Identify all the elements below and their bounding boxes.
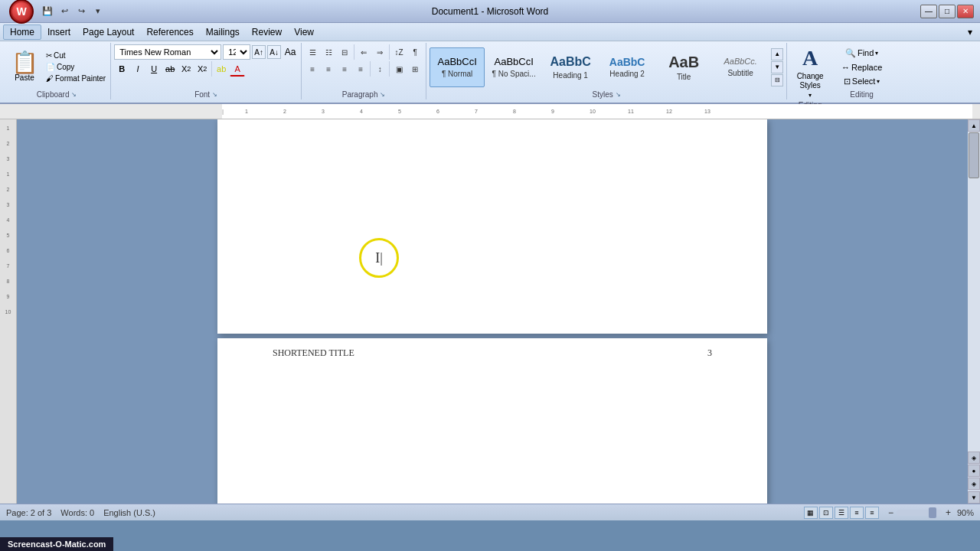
font-expand[interactable]: ↘ (212, 91, 217, 98)
strikethrough-button[interactable]: ab (162, 61, 178, 77)
office-button[interactable]: W (9, 0, 34, 24)
replace-icon: ↔ (841, 63, 850, 72)
ribbon-row: 📋 Paste ✂ Cut 📄 Copy 🖌 Format Painter (3, 43, 977, 99)
align-right-button[interactable]: ≡ (337, 62, 352, 76)
style-title[interactable]: AaB Title (656, 47, 711, 87)
scroll-track[interactable] (968, 132, 980, 452)
zoom-thumb[interactable] (929, 507, 936, 518)
style-heading1[interactable]: AaBbC Heading 1 (543, 47, 598, 87)
document-area: 1 2 3 1 2 3 4 5 6 7 8 9 10 I| SHORTENED … (0, 119, 980, 504)
page-2[interactable]: SHORTENED TITLE 3 (217, 338, 767, 504)
qa-dropdown[interactable]: ▾ (90, 4, 106, 19)
page-1[interactable]: I| (217, 119, 767, 334)
select-button[interactable]: ⊡ Select ▾ (841, 75, 884, 88)
change-styles-label: ChangeStyles (797, 72, 824, 90)
maximize-button[interactable]: □ (939, 5, 956, 18)
save-button[interactable]: 💾 (40, 4, 55, 19)
replace-button[interactable]: ↔ Replace (838, 61, 885, 73)
styles-expand[interactable]: ↘ (616, 91, 621, 98)
styles-scroll-up[interactable]: ▲ (771, 48, 783, 60)
shading-button[interactable]: ▣ (391, 62, 407, 76)
find-icon: 🔍 (845, 48, 856, 58)
style-heading2[interactable]: AaBbC Heading 2 (599, 47, 655, 87)
menu-mailings[interactable]: Mailings (200, 25, 246, 39)
show-formatting-button[interactable]: ¶ (407, 45, 423, 59)
scroll-next-page[interactable]: ◈ (968, 478, 980, 490)
styles-scroll-down[interactable]: ▼ (771, 61, 783, 73)
scroll-prev-page[interactable]: ◈ (968, 452, 980, 464)
page-1-content[interactable]: I| (217, 119, 767, 318)
full-screen-button[interactable]: ⊡ (819, 507, 833, 519)
zoom-out-button[interactable]: − (888, 507, 893, 518)
font-bottom-row: B I U ab X2 X2 ab A (114, 61, 245, 77)
clipboard-small-buttons: ✂ Cut 📄 Copy 🖌 Format Painter (44, 51, 107, 83)
zoom-percent: 90% (957, 508, 974, 517)
style-normal[interactable]: AaBbCcI ¶ Normal (430, 47, 485, 87)
scroll-up-button[interactable]: ▲ (968, 119, 980, 132)
scroll-thumb[interactable] (969, 132, 979, 178)
menu-view[interactable]: View (288, 25, 320, 39)
decrease-indent-button[interactable]: ⇐ (356, 45, 371, 59)
line-spacing-button[interactable]: ↕ (372, 62, 387, 76)
select-dropdown-icon: ▾ (877, 78, 880, 85)
zoom-in-button[interactable]: + (946, 507, 951, 518)
multilevel-button[interactable]: ⊟ (337, 45, 352, 59)
menu-page-layout[interactable]: Page Layout (77, 25, 140, 39)
redo-button[interactable]: ↪ (74, 4, 89, 19)
clipboard-tools: 📋 Paste ✂ Cut 📄 Copy 🖌 Format Painter (6, 44, 107, 90)
align-center-button[interactable]: ≡ (321, 62, 336, 76)
draft-button[interactable]: ≡ (865, 507, 879, 519)
subscript-button[interactable]: X2 (178, 61, 194, 77)
outline-button[interactable]: ≡ (850, 507, 864, 519)
print-layout-button[interactable]: ▦ (804, 507, 818, 519)
borders-button[interactable]: ⊞ (407, 62, 423, 76)
ribbon-collapse-button[interactable]: ▾ (963, 25, 977, 39)
increase-indent-button[interactable]: ⇒ (372, 45, 387, 59)
zoom-slider[interactable] (897, 510, 942, 516)
undo-button[interactable]: ↩ (57, 4, 72, 19)
page-2-content[interactable] (217, 359, 767, 497)
find-button[interactable]: 🔍 Find ▾ (842, 47, 881, 60)
web-layout-button[interactable]: ☰ (835, 507, 848, 519)
window-title: Document1 - Microsoft Word (432, 6, 549, 17)
text-color-button[interactable]: A (230, 61, 245, 77)
change-styles-icon: A (802, 46, 818, 70)
italic-button[interactable]: I (130, 61, 145, 77)
scroll-select-browse[interactable]: ● (968, 465, 980, 477)
word-count: Words: 0 (60, 508, 94, 517)
numbering-button[interactable]: ☷ (321, 45, 336, 59)
format-painter-button[interactable]: 🖌 Format Painter (44, 73, 107, 83)
clear-formatting-button[interactable]: Aa (283, 44, 298, 60)
highlight-button[interactable]: ab (214, 61, 229, 77)
menu-insert[interactable]: Insert (41, 25, 77, 39)
style-no-spacing[interactable]: AaBbCcI ¶ No Spaci... (486, 47, 541, 87)
cut-button[interactable]: ✂ Cut (44, 51, 107, 60)
font-size-select[interactable]: 12 (223, 44, 250, 60)
clipboard-expand[interactable]: ↘ (71, 91, 77, 98)
minimize-button[interactable]: — (920, 5, 937, 18)
justify-button[interactable]: ≡ (353, 62, 368, 76)
paste-button[interactable]: 📋 Paste (6, 51, 43, 83)
underline-button[interactable]: U (146, 61, 162, 77)
superscript-button[interactable]: X2 (194, 61, 210, 77)
style-subtitle[interactable]: AaBbCc. Subtitle (713, 47, 768, 87)
close-button[interactable]: ✕ (957, 5, 974, 18)
font-grow-button[interactable]: A↑ (252, 45, 266, 59)
paragraph-label: Paragraph ↘ (305, 90, 423, 99)
font-face-select[interactable]: Times New Roman (114, 44, 221, 60)
align-left-button[interactable]: ≡ (305, 62, 320, 76)
bold-button[interactable]: B (114, 61, 129, 77)
scroll-down-button[interactable]: ▼ (968, 491, 980, 504)
font-shrink-button[interactable]: A↓ (267, 45, 281, 59)
bullets-button[interactable]: ☰ (305, 45, 320, 59)
sort-button[interactable]: ↕Z (391, 45, 407, 59)
menu-review[interactable]: Review (246, 25, 288, 39)
copy-button[interactable]: 📄 Copy (44, 62, 107, 72)
styles-more-button[interactable]: ⊟ (771, 74, 783, 86)
paragraph-expand[interactable]: ↘ (380, 91, 385, 98)
change-styles-button[interactable]: A ChangeStyles ▾ (790, 44, 830, 100)
para-bottom-row: ≡ ≡ ≡ ≡ ↕ ▣ ⊞ (305, 61, 423, 77)
menu-home[interactable]: Home (3, 24, 41, 40)
menu-references[interactable]: References (140, 25, 199, 39)
find-dropdown-icon: ▾ (875, 50, 878, 57)
